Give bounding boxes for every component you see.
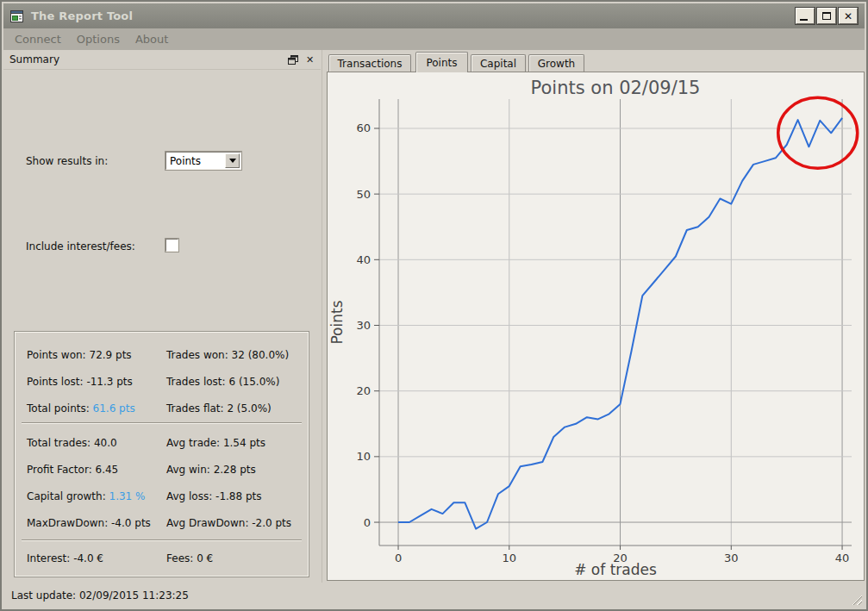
stats-divider [22,539,302,541]
float-panel-button[interactable] [286,53,299,66]
stat-value: 32 (80.0%) [232,349,290,361]
x-tick-label: 10 [503,552,517,564]
tab-capital[interactable]: Capital [471,54,526,72]
y-tick-label: 40 [356,253,371,266]
resize-grip[interactable] [851,594,862,605]
stat-value: 61.6 pts [93,402,135,415]
points-chart: 0102030400102030405060Points on 02/09/15… [328,72,864,580]
stat-value: 2.28 pts [214,464,256,476]
stat-label: Avg trade: [166,437,220,449]
y-tick-label: 50 [356,188,371,201]
stat-label: Interest: [27,552,70,564]
stat-label: Total trades: [27,437,91,449]
report-app-icon [10,9,24,23]
chart-title: Points on 02/09/15 [531,78,701,98]
dropdown-button[interactable] [225,153,240,168]
close-button[interactable]: ✕ [839,8,858,24]
stat-label: Points lost: [27,376,84,388]
x-tick-label: 40 [835,552,850,564]
summary-panel-title: Summary [9,53,286,65]
close-icon: ✕ [844,10,852,22]
y-tick-label: 10 [356,450,371,463]
tab-points[interactable]: Points [415,52,468,72]
status-bar: Last update: 02/09/2015 11:23:25 [3,583,865,608]
stat-value: 40.0 [94,437,117,449]
app-window: The Report Tool ✕ Connect Options About … [0,0,868,611]
summary-panel-header: Summary ✕ [3,50,321,70]
stats-box: Points won: 72.9 pts Trades won: 32 (80.… [14,331,309,577]
stat-label: Total points: [27,402,90,415]
menu-bar: Connect Options About [3,28,865,50]
chevron-down-icon [229,159,236,163]
title-bar[interactable]: The Report Tool ✕ [3,3,865,28]
tab-growth[interactable]: Growth [528,54,584,72]
y-tick-label: 0 [364,516,371,529]
last-update-text: Last update: 02/09/2015 11:23:25 [11,589,189,602]
minimize-button[interactable] [796,8,815,24]
results-dropdown-value: Points [166,155,224,167]
stat-value: -11.3 pts [86,376,132,388]
include-fees-checkbox[interactable] [165,239,178,252]
window-controls: ✕ [796,8,858,24]
stat-label: Avg win: [166,464,210,476]
y-tick-label: 30 [356,319,371,332]
menu-item-options[interactable]: Options [69,30,128,48]
stat-value: 6.45 [96,464,119,476]
stat-value: -2.0 pts [252,517,291,529]
stat-label: Fees: [166,552,193,564]
minimize-icon [800,19,808,21]
stat-label: Trades flat: [166,402,224,415]
stat-value: 2 (5.0%) [227,402,271,415]
stat-label: Trades lost: [166,376,226,388]
close-panel-icon: ✕ [306,54,314,65]
x-tick-label: 30 [724,552,739,564]
stat-value: 0 € [197,552,213,564]
close-panel-button[interactable]: ✕ [303,53,316,66]
stat-value: -4.0 pts [111,517,151,529]
y-tick-label: 20 [356,384,371,397]
window-title: The Report Tool [31,9,133,22]
results-dropdown[interactable]: Points [165,152,241,170]
panel-divider [322,50,322,583]
x-axis-title: # of trades [574,561,657,578]
maximize-button[interactable] [817,8,836,24]
tab-transactions[interactable]: Transactions [328,54,411,72]
y-axis-title: Points [328,300,346,344]
stat-label: Points won: [27,349,86,361]
annotation-ellipse [778,97,858,168]
stat-value: 1.31 % [109,490,146,502]
stat-value: -4.0 € [73,552,103,564]
stat-label: Avg loss: [166,490,212,502]
stat-label: Trades won: [166,349,228,361]
show-results-label: Show results in: [26,155,108,167]
stat-value: 72.9 pts [90,349,132,361]
stat-value: -1.88 pts [215,490,261,502]
stat-label: Capital growth: [27,490,106,502]
stat-label: Avg DrawDown: [166,517,248,529]
stat-value: 1.54 pts [223,437,265,449]
points-chart-panel: 0102030400102030405060Points on 02/09/15… [327,72,865,581]
maximize-icon [822,12,831,20]
stat-value: 6 (15.0%) [228,376,279,388]
stats-divider [22,422,302,424]
stat-label: MaxDrawDown: [27,517,108,529]
stat-label: Profit Factor: [27,464,92,476]
menu-item-connect[interactable]: Connect [7,30,69,48]
y-tick-label: 60 [356,122,371,134]
x-tick-label: 0 [395,552,402,564]
menu-item-about[interactable]: About [128,30,176,48]
include-fees-label: Include interest/fees: [26,240,135,253]
float-panel-icon [288,55,298,65]
